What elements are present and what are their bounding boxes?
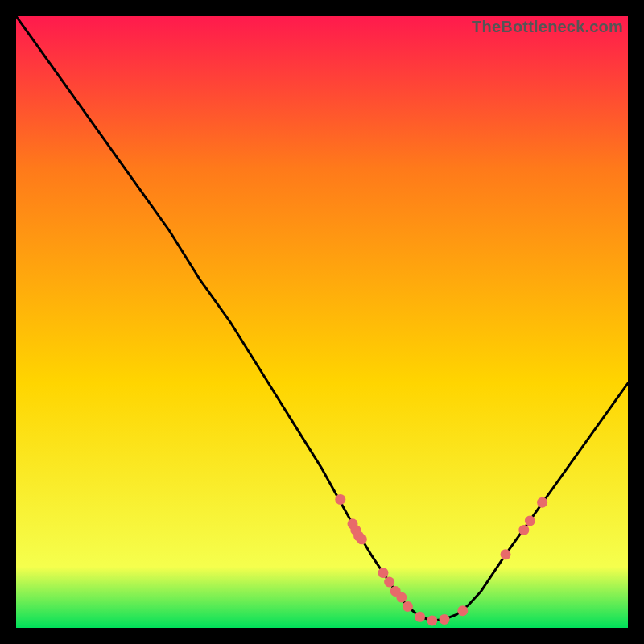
highlight-dot — [357, 534, 367, 544]
highlight-dot — [518, 525, 529, 535]
chart-svg — [16, 16, 628, 628]
highlight-dot — [501, 549, 511, 559]
highlight-dot — [378, 568, 389, 578]
chart-frame: TheBottleneck.com — [16, 16, 628, 628]
highlight-dot — [440, 614, 450, 625]
highlight-dot — [384, 577, 394, 588]
watermark-text: TheBottleneck.com — [472, 18, 623, 36]
highlight-dot — [415, 612, 425, 622]
highlight-dot — [457, 605, 468, 616]
highlight-dot — [537, 497, 547, 508]
highlight-dot — [525, 516, 535, 526]
highlight-dot — [402, 601, 413, 612]
gradient-background — [16, 16, 628, 628]
highlight-dot — [427, 615, 437, 625]
highlight-dot — [396, 592, 407, 603]
highlight-dot — [335, 494, 345, 505]
